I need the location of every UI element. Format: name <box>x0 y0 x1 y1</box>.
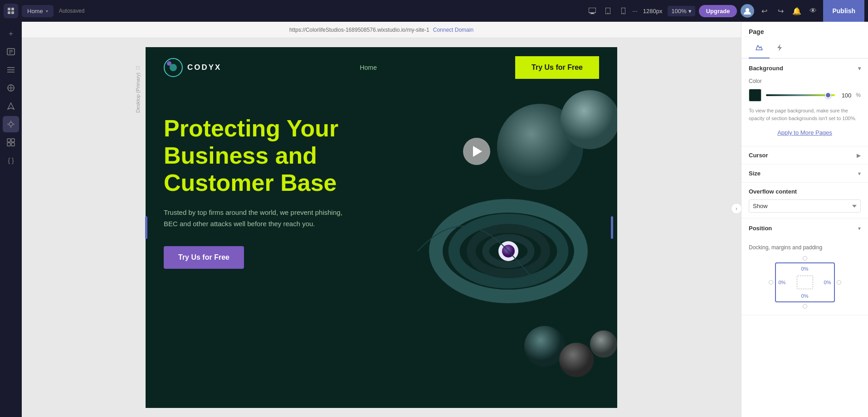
site-logo: CODYX <box>164 58 221 77</box>
panel-body: Background ▾ Color 100 % To view the pag… <box>741 58 868 417</box>
docking-radio-top-outer[interactable] <box>803 256 807 261</box>
device-buttons: ··· <box>586 5 638 17</box>
position-section: Position ▾ Docking, margins and padding <box>741 218 868 315</box>
svg-rect-5 <box>591 13 594 14</box>
tablet-device-btn[interactable] <box>601 5 614 17</box>
svg-point-40 <box>559 343 594 377</box>
opacity-value: 100 <box>839 92 851 99</box>
preview-button[interactable]: 👁 <box>807 5 819 17</box>
svg-rect-30 <box>11 143 15 146</box>
upgrade-button[interactable]: Upgrade <box>699 5 737 17</box>
notifications-button[interactable]: 🔔 <box>790 5 803 17</box>
home-tab-chevron: ▾ <box>46 9 48 14</box>
nav-links: Home <box>360 64 377 71</box>
svg-rect-3 <box>11 11 14 14</box>
docking-label: Docking, margins and padding <box>749 244 861 251</box>
home-tab-label: Home <box>27 8 43 15</box>
overflow-select[interactable]: Show <box>749 199 861 213</box>
color-slider[interactable] <box>766 94 835 96</box>
svg-rect-27 <box>7 139 10 142</box>
sidebar-add-btn[interactable]: ＋ <box>3 25 19 42</box>
sidebar-layers-btn[interactable] <box>3 62 19 78</box>
color-slider-thumb[interactable] <box>825 92 831 98</box>
logo-icon <box>164 58 183 77</box>
user-avatar[interactable] <box>741 4 754 18</box>
docking-radio-right-outer[interactable] <box>837 280 841 285</box>
play-icon <box>473 146 482 157</box>
svg-point-8 <box>607 13 608 14</box>
docking-radio-bottom-outer[interactable] <box>803 304 807 309</box>
main-area: ＋ { } https://ColorlifeStudios-168950857… <box>0 22 868 417</box>
svg-rect-29 <box>7 143 10 146</box>
docking-grid-wrapper: 0% 0% 0% 0% <box>769 256 841 309</box>
panel-tab-lightning[interactable] <box>770 40 790 58</box>
position-label: Position <box>749 225 772 232</box>
site-nav: CODYX Home Try Us for Free <box>146 47 617 88</box>
sidebar-pages-btn[interactable] <box>3 44 19 60</box>
redo-button[interactable]: ↪ <box>774 5 787 17</box>
svg-point-11 <box>746 8 749 12</box>
color-row: 100 % <box>749 89 861 102</box>
size-section[interactable]: Size ▾ <box>741 165 868 183</box>
background-section-header[interactable]: Background ▾ <box>741 58 868 78</box>
resize-handle-right[interactable] <box>611 216 613 239</box>
desktop-label: Desktop (Primary) □ <box>135 65 141 113</box>
background-hint: To view the page background, make sure t… <box>749 107 861 122</box>
panel-tab-design[interactable] <box>749 40 770 58</box>
left-sidebar: ＋ { } <box>0 22 22 417</box>
right-panel: › Page Background ▾ Color <box>741 22 868 417</box>
color-swatch[interactable] <box>749 89 761 102</box>
canvas-area: https://ColorlifeStudios-1689508576.wixs… <box>22 22 741 417</box>
svg-rect-1 <box>11 8 14 10</box>
canvas-wrapper: Desktop (Primary) □ CODYX <box>22 38 741 417</box>
zoom-chevron: ▾ <box>688 8 692 15</box>
resize-handle-left[interactable] <box>145 216 147 239</box>
toolbar-more-btn[interactable]: ··· <box>632 7 638 15</box>
docking-left-value: 0% <box>779 280 786 285</box>
sidebar-apps-btn[interactable] <box>3 134 19 150</box>
color-label: Color <box>749 78 861 84</box>
autosaved-label: Autosaved <box>59 8 85 14</box>
overflow-section: Overflow content Show <box>741 183 868 218</box>
docking-radio-left-outer[interactable] <box>769 280 773 285</box>
publish-button[interactable]: Publish <box>823 0 864 22</box>
docking-center-box <box>797 276 813 289</box>
connect-domain-link[interactable]: Connect Domain <box>433 27 473 33</box>
position-header[interactable]: Position ▾ <box>741 218 868 238</box>
background-section-body: Color 100 % To view the page background,… <box>741 78 868 146</box>
docking-right-value: 0% <box>824 280 831 285</box>
hero-subtext: Trusted by top firms around the world, w… <box>164 207 345 230</box>
svg-point-39 <box>524 326 565 367</box>
url-bar: https://ColorlifeStudios-1689508576.wixs… <box>22 22 741 38</box>
sidebar-elements-btn[interactable] <box>3 80 19 96</box>
hero-section: Protecting Your Business and Customer Ba… <box>146 88 617 305</box>
desktop-device-btn[interactable] <box>586 5 599 17</box>
undo-button[interactable]: ↩ <box>758 5 770 17</box>
logo-center <box>170 64 177 71</box>
play-button[interactable] <box>463 138 490 165</box>
top-toolbar: Home ▾ Autosaved ··· 1280px 100% ▾ Upgra… <box>0 0 868 22</box>
svg-rect-0 <box>8 8 10 10</box>
docking-bottom-value: 0% <box>801 293 809 299</box>
sidebar-design-btn[interactable] <box>3 116 19 132</box>
overflow-label: Overflow content <box>749 188 861 195</box>
cursor-section[interactable]: Cursor ▶ <box>741 146 868 165</box>
try-btn-nav[interactable]: Try Us for Free <box>515 56 599 79</box>
sidebar-animations-btn[interactable] <box>3 98 19 114</box>
docking-top-value: 0% <box>801 266 809 272</box>
svg-point-22 <box>9 122 13 126</box>
docking-box: 0% 0% 0% 0% <box>775 262 835 302</box>
cursor-label: Cursor <box>749 152 768 159</box>
zoom-selector[interactable]: 100% ▾ <box>668 6 695 16</box>
toolbar-logo[interactable] <box>4 4 18 18</box>
home-tab[interactable]: Home ▾ <box>22 5 54 17</box>
nav-home-link[interactable]: Home <box>360 64 377 71</box>
try-btn-hero[interactable]: Try Us for Free <box>164 246 244 269</box>
cursor-arrow: ▶ <box>857 152 861 159</box>
mobile-device-btn[interactable] <box>617 5 629 17</box>
opacity-pct: % <box>856 92 861 98</box>
sidebar-code-btn[interactable]: { } <box>3 152 19 169</box>
resolution-label: 1280px <box>643 8 663 15</box>
apply-to-more-link[interactable]: Apply to More Pages <box>749 126 861 139</box>
panel-header: Page <box>741 22 868 58</box>
